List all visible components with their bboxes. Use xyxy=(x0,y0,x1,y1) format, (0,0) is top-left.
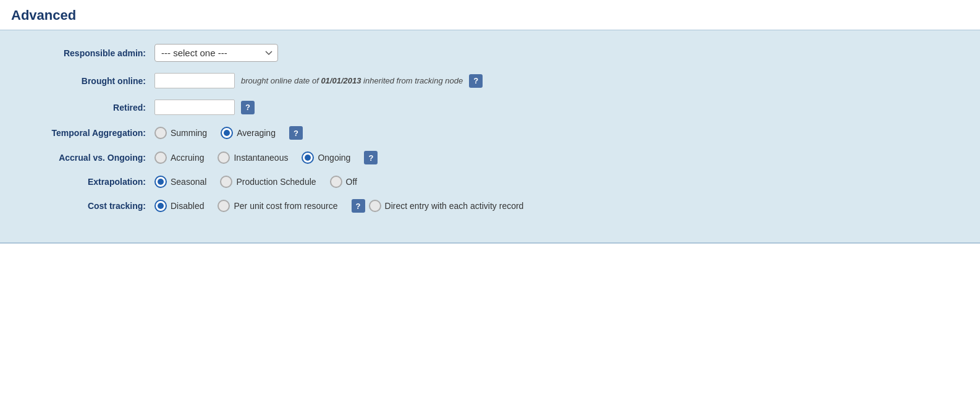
accrual-instantaneous-label: Instantaneous xyxy=(234,153,288,163)
cost-tracking-disabled-option[interactable]: Disabled xyxy=(154,200,204,212)
brought-online-row: Brought online: brought online date of 0… xyxy=(19,73,961,88)
brought-online-help-icon[interactable]: ? xyxy=(469,74,483,88)
cost-tracking-direct-entry-radio[interactable] xyxy=(369,200,381,212)
retired-label: Retired: xyxy=(19,103,154,113)
brought-online-controls: brought online date of 01/01/2013 inheri… xyxy=(154,73,483,88)
accrual-instantaneous-option[interactable]: Instantaneous xyxy=(218,151,288,164)
cost-tracking-label: Cost tracking: xyxy=(19,201,154,211)
cost-tracking-row: Cost tracking: Disabled Per unit cost fr… xyxy=(19,199,961,213)
temporal-aggregation-summing-radio[interactable] xyxy=(154,127,167,139)
bottom-divider xyxy=(0,243,980,244)
retired-input[interactable] xyxy=(154,100,235,115)
cost-tracking-per-unit-option[interactable]: Per unit cost from resource xyxy=(218,200,337,212)
temporal-aggregation-summing-label: Summing xyxy=(171,128,207,138)
extrapolation-production-schedule-radio[interactable] xyxy=(220,176,232,188)
responsible-admin-select[interactable]: --- select one --- xyxy=(154,44,278,62)
temporal-aggregation-summing-option[interactable]: Summing xyxy=(154,127,207,139)
accrual-instantaneous-radio[interactable] xyxy=(218,151,230,164)
extrapolation-controls: Seasonal Production Schedule Off xyxy=(154,176,367,188)
accrual-ongoing-controls: Accruing Instantaneous Ongoing ? xyxy=(154,151,378,164)
accrual-ongoing-radio[interactable] xyxy=(302,151,314,164)
cost-tracking-disabled-radio[interactable] xyxy=(154,200,167,212)
cost-tracking-controls: Disabled Per unit cost from resource ? D… xyxy=(154,199,533,213)
accrual-ongoing-row: Accrual vs. Ongoing: Accruing Instantane… xyxy=(19,151,961,164)
extrapolation-seasonal-option[interactable]: Seasonal xyxy=(154,176,206,188)
temporal-aggregation-averaging-option[interactable]: Averaging xyxy=(221,127,276,139)
temporal-aggregation-controls: Summing Averaging ? xyxy=(154,126,303,140)
cost-tracking-per-unit-help-icon[interactable]: ? xyxy=(352,199,365,213)
extrapolation-off-radio[interactable] xyxy=(330,176,342,188)
temporal-aggregation-label: Temporal Aggregation: xyxy=(19,128,154,138)
extrapolation-seasonal-radio[interactable] xyxy=(154,176,167,188)
extrapolation-label: Extrapolation: xyxy=(19,177,154,187)
accrual-ongoing-label: Ongoing xyxy=(318,153,350,163)
brought-online-label: Brought online: xyxy=(19,76,154,86)
brought-online-input[interactable] xyxy=(154,73,235,88)
temporal-aggregation-row: Temporal Aggregation: Summing Averaging … xyxy=(19,126,961,140)
responsible-admin-controls: --- select one --- xyxy=(154,44,278,62)
accrual-accruing-label: Accruing xyxy=(171,153,204,163)
extrapolation-seasonal-label: Seasonal xyxy=(171,177,206,187)
extrapolation-production-schedule-option[interactable]: Production Schedule xyxy=(220,176,316,188)
page-title: Advanced xyxy=(0,0,980,30)
retired-help-icon[interactable]: ? xyxy=(241,101,255,114)
responsible-admin-label: Responsible admin: xyxy=(19,48,154,58)
extrapolation-off-option[interactable]: Off xyxy=(330,176,357,188)
accrual-ongoing-label: Accrual vs. Ongoing: xyxy=(19,153,154,163)
retired-controls: ? xyxy=(154,100,255,115)
cost-tracking-disabled-label: Disabled xyxy=(171,201,204,211)
accrual-accruing-radio[interactable] xyxy=(154,151,167,164)
accrual-accruing-option[interactable]: Accruing xyxy=(154,151,204,164)
cost-tracking-per-unit-label: Per unit cost from resource xyxy=(234,201,337,211)
retired-row: Retired: ? xyxy=(19,100,961,115)
extrapolation-off-label: Off xyxy=(346,177,357,187)
accrual-ongoing-option[interactable]: Ongoing xyxy=(302,151,350,164)
temporal-aggregation-averaging-label: Averaging xyxy=(237,128,276,138)
extrapolation-production-schedule-label: Production Schedule xyxy=(236,177,316,187)
cost-tracking-direct-entry-label: Direct entry with each activity record xyxy=(385,201,524,211)
extrapolation-row: Extrapolation: Seasonal Production Sched… xyxy=(19,176,961,188)
cost-tracking-per-unit-radio[interactable] xyxy=(218,200,230,212)
temporal-aggregation-help-icon[interactable]: ? xyxy=(289,126,303,140)
brought-online-inherited-text: brought online date of 01/01/2013 inheri… xyxy=(241,76,463,85)
accrual-ongoing-help-icon[interactable]: ? xyxy=(364,151,378,164)
cost-tracking-direct-entry-option[interactable]: Direct entry with each activity record xyxy=(369,200,524,212)
temporal-aggregation-averaging-radio[interactable] xyxy=(221,127,233,139)
advanced-panel: Responsible admin: --- select one --- Br… xyxy=(0,30,980,243)
responsible-admin-row: Responsible admin: --- select one --- xyxy=(19,44,961,62)
